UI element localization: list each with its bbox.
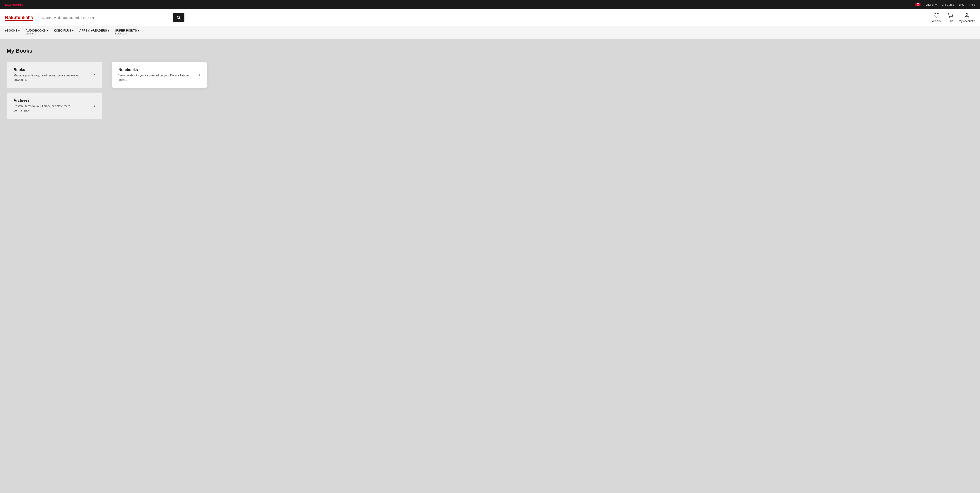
left-column: Books Manage your library, read online, …: [7, 62, 107, 123]
svg-point-7: [952, 17, 952, 18]
nav-bar: eBOOKS ▾ AUDIOBOOKS ▾ Credits: 0 KOBO PL…: [0, 26, 980, 39]
chevron-down-icon: ▾: [18, 29, 20, 32]
wishlist-label: Wishlist: [932, 19, 941, 22]
books-title: Books: [14, 68, 84, 72]
blog-link[interactable]: Blog: [959, 3, 964, 6]
heart-icon: [934, 13, 939, 19]
svg-point-6: [949, 17, 950, 18]
main-content: My Books Books Manage your library, read…: [0, 39, 980, 493]
search-input[interactable]: [38, 13, 173, 22]
search-button[interactable]: [173, 13, 185, 22]
main-header: Rakuten kobo Wishlist Cart: [0, 9, 980, 26]
books-description: Manage your library, read online, write …: [14, 73, 84, 82]
gift-cards-link[interactable]: Gift Cards: [942, 3, 954, 6]
audiobooks-credits: Credits: 0: [25, 32, 36, 35]
page-title: My Books: [7, 48, 973, 54]
chevron-down-icon: ▾: [138, 29, 139, 32]
header-actions: Wishlist Cart My Account ▾: [932, 13, 975, 22]
account-label: My Account ▾: [959, 19, 975, 22]
super-points-balance: Balance: 0: [115, 32, 127, 35]
language-selector[interactable]: English ▾: [926, 3, 937, 6]
cart-label: Cart: [948, 19, 953, 22]
wishlist-button[interactable]: Wishlist: [932, 13, 941, 22]
search-icon: [177, 16, 181, 20]
notebooks-description: View notebooks you've created on your Ko…: [118, 73, 189, 82]
nav-apps-ereaders[interactable]: APPS & eREADERS ▾: [80, 26, 113, 34]
chevron-down-icon: ▾: [72, 29, 73, 32]
svg-point-8: [966, 13, 968, 15]
notebooks-title: Notebooks: [118, 68, 189, 72]
search-bar: [38, 13, 185, 22]
nav-kobo-plus[interactable]: KOBO PLUS ▾: [54, 26, 78, 34]
nav-super-points[interactable]: SUPER POINTS ▾ Balance: 0: [115, 26, 143, 37]
top-bar: Earn Rewards English ▾ Gift Cards Blog H…: [0, 0, 980, 9]
books-card[interactable]: Books Manage your library, read online, …: [7, 62, 102, 88]
svg-rect-2: [919, 3, 921, 6]
svg-line-5: [179, 18, 180, 19]
archives-card[interactable]: Archives Restore items to your library, …: [7, 92, 102, 119]
nav-audiobooks[interactable]: AUDIOBOOKS ▾ Credits: 0: [25, 26, 52, 37]
account-button[interactable]: My Account ▾: [959, 13, 975, 22]
earn-rewards-link[interactable]: Earn Rewards: [5, 3, 23, 6]
svg-rect-1: [915, 3, 917, 6]
archives-arrow-icon: ›: [94, 103, 95, 108]
chevron-down-icon: ▾: [46, 29, 48, 32]
flag-canada: [915, 3, 921, 6]
archives-title: Archives: [14, 99, 84, 103]
archives-description: Restore items to your library, or delete…: [14, 104, 84, 113]
nav-ebooks[interactable]: eBOOKS ▾: [5, 26, 24, 34]
right-column: Notebooks View notebooks you've created …: [111, 62, 207, 92]
top-bar-left: Earn Rewards: [5, 3, 23, 6]
help-link[interactable]: Help: [969, 3, 975, 6]
chevron-down-icon: ▾: [108, 29, 109, 32]
cart-button[interactable]: Cart: [947, 13, 953, 22]
top-bar-right: English ▾ Gift Cards Blog Help: [915, 3, 975, 6]
notebooks-card[interactable]: Notebooks View notebooks you've created …: [111, 62, 207, 88]
books-arrow-icon: ›: [94, 72, 95, 77]
chevron-down-icon: ▾: [974, 19, 975, 22]
logo[interactable]: Rakuten kobo: [5, 15, 33, 20]
notebooks-arrow-icon: ›: [199, 72, 200, 77]
account-icon: [964, 13, 970, 19]
cart-icon: [947, 13, 953, 19]
logo-rakuten-text: Rakuten: [5, 15, 23, 20]
logo-kobo-text: kobo: [23, 15, 33, 20]
chevron-down-icon: ▾: [935, 3, 937, 6]
